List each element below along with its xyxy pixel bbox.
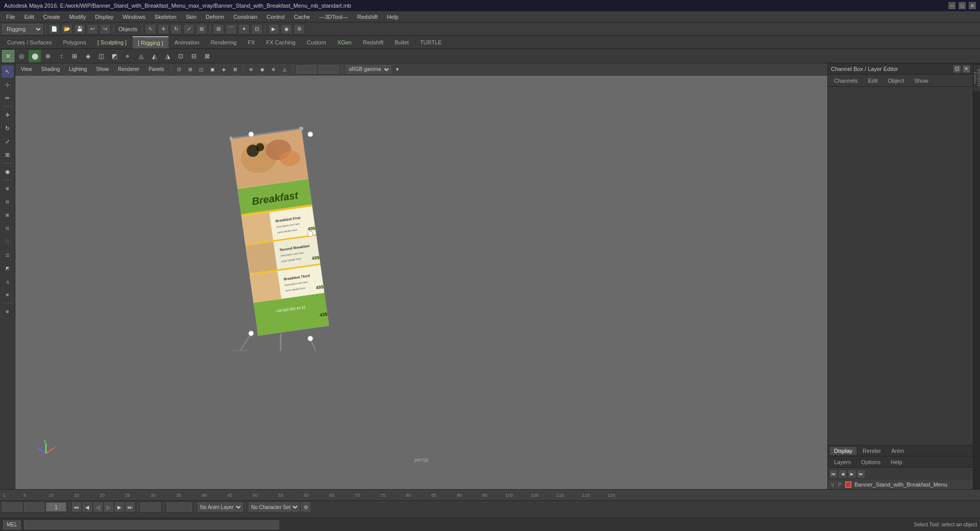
sub-tab-help[interactable]: Help (887, 458, 906, 466)
menu-skeleton[interactable]: Skeleton (151, 13, 181, 21)
tl-go-end[interactable]: ⏭ (126, 502, 135, 512)
rig-btn5[interactable]: ◫ (95, 50, 107, 62)
tl-start-frame[interactable]: 1 (2, 502, 22, 512)
disp-tab-anim[interactable]: Anim (887, 447, 908, 455)
universal-tool-btn[interactable]: ⊞ (2, 149, 14, 161)
tl-play-back[interactable]: ◁ (93, 502, 103, 512)
disp-tab-display[interactable]: Display (830, 447, 856, 455)
select-btn[interactable]: ↖ (145, 24, 156, 34)
paint-mode-btn[interactable]: ⬤ (29, 50, 41, 62)
tab-turtle[interactable]: TURTLE (415, 36, 447, 49)
undo-btn[interactable]: ↩ (87, 24, 98, 34)
viewport[interactable]: View Shading Lighting Show Renderer Pane… (15, 63, 827, 489)
menu-file[interactable]: File (2, 13, 19, 21)
rig-btn9[interactable]: ◭ (148, 50, 160, 62)
vp-icon-9[interactable]: ⊗ (269, 65, 278, 74)
character-set-dropdown[interactable]: No Character Set (249, 502, 300, 512)
vp-renderer-menu[interactable]: Renderer (114, 65, 143, 73)
render-settings-btn[interactable]: ⚙ (293, 24, 305, 34)
menu-control[interactable]: Control (262, 13, 288, 21)
vp-icon-4[interactable]: ▣ (208, 65, 217, 74)
new-scene-btn[interactable]: 📄 (48, 24, 60, 34)
rp-tab-edit[interactable]: Edit (864, 77, 881, 85)
tab-custom[interactable]: Custom (302, 36, 331, 49)
tab-fx[interactable]: FX (242, 36, 260, 49)
vp-icon-7[interactable]: ⊕ (247, 65, 256, 74)
rig-btn3[interactable]: ⊞ (68, 50, 81, 62)
layer-btn8[interactable]: ◬ (2, 275, 14, 287)
disp-tab-render[interactable]: Render (859, 447, 885, 455)
layer-btn3[interactable]: ⊠ (2, 209, 14, 221)
rp-close-btn[interactable]: ✕ (963, 65, 970, 73)
layer-nav-prev[interactable]: ◀ (839, 470, 846, 477)
select-mode-btn[interactable]: ✕ (2, 50, 14, 62)
menu-3dtool[interactable]: —3DTool— (315, 13, 352, 21)
vp-value2-input[interactable]: 1.00 (318, 65, 339, 74)
select-tool-btn[interactable]: ↖ (2, 65, 14, 78)
command-input[interactable] (24, 520, 279, 529)
tl-step-back[interactable]: ◀ (83, 502, 92, 512)
component-mode-btn[interactable]: ◎ (15, 50, 28, 62)
tab-rigging[interactable]: [ Rigging ] (133, 36, 168, 49)
tab-polygons[interactable]: Polygons (58, 36, 91, 49)
minimize-button[interactable]: ─ (948, 2, 955, 9)
attr-editor-btn[interactable]: Attribute Editor (974, 65, 980, 91)
colorspace-btn[interactable]: ▼ (393, 65, 402, 74)
layer-btn5[interactable]: ⬛ (2, 235, 14, 248)
layer-btn2[interactable]: ⊟ (2, 196, 14, 208)
layer-btn6[interactable]: ◫ (2, 249, 14, 261)
snap-point-btn[interactable]: ✦ (238, 24, 250, 34)
menu-modify[interactable]: Modify (65, 13, 90, 21)
tab-bullet[interactable]: Bullet (389, 36, 414, 49)
lasso-tool-btn[interactable]: ⊹ (2, 79, 14, 91)
save-btn[interactable]: 💾 (74, 24, 85, 34)
menu-create[interactable]: Create (39, 13, 64, 21)
move-btn[interactable]: ✛ (158, 24, 169, 34)
rp-tab-object[interactable]: Object (884, 77, 908, 85)
tl-step-fwd[interactable]: ▶ (115, 502, 124, 512)
tl-frame-indicator[interactable] (46, 502, 66, 512)
snap-view-btn[interactable]: ⊡ (251, 24, 262, 34)
move-tool-btn[interactable]: ✛ (2, 109, 14, 121)
maximize-button[interactable]: □ (959, 2, 966, 9)
vp-icon-6[interactable]: ⊠ (231, 65, 240, 74)
tab-curves-surfaces[interactable]: Curves / Surfaces (2, 36, 57, 49)
tl-range-end[interactable]: 200 (166, 502, 192, 512)
vp-icon-5[interactable]: ◈ (219, 65, 229, 74)
scene-content[interactable]: Breakfast Breakfast First Description te… (15, 76, 827, 489)
tl-play[interactable]: ▷ (104, 502, 113, 512)
scale-tool-btn[interactable]: ⤢ (2, 135, 14, 148)
tl-end-frame[interactable]: 120 (140, 502, 161, 512)
rig-btn11[interactable]: ⊡ (175, 50, 187, 62)
sub-tab-options[interactable]: Options (857, 458, 885, 466)
snap-curve-btn[interactable]: ⌒ (226, 24, 237, 34)
tab-sculpting[interactable]: [ Sculpting ] (92, 36, 132, 49)
tab-rendering[interactable]: Rendering (206, 36, 242, 49)
layer-nav-prev-prev[interactable]: ⏮ (830, 470, 837, 477)
rp-float-btn[interactable]: ⊡ (953, 65, 961, 73)
menu-deform[interactable]: Deform (202, 13, 228, 21)
anim-layer-dropdown[interactable]: No Anim Layer (198, 502, 243, 512)
ipr-btn[interactable]: ◉ (281, 24, 292, 34)
vp-value1-input[interactable]: 0.00 (296, 65, 316, 74)
layer-btn1[interactable]: ⊞ (2, 182, 14, 195)
rotate-btn[interactable]: ↻ (170, 24, 182, 34)
layer-btn4[interactable]: ⊡ (2, 222, 14, 234)
scale-btn[interactable]: ⤢ (183, 24, 194, 34)
menu-display[interactable]: Display (91, 13, 117, 21)
vp-lighting-menu[interactable]: Lighting (65, 65, 90, 73)
paint-sel-btn[interactable]: ✏ (2, 92, 14, 104)
menu-redshift[interactable]: Redshift (353, 13, 382, 21)
menu-edit[interactable]: Edit (20, 13, 38, 21)
layer-btn9[interactable]: ⊕ (2, 288, 14, 301)
soft-sel-btn[interactable]: ◉ (2, 165, 14, 178)
vp-icon-3[interactable]: ◫ (197, 65, 206, 74)
tab-redshift[interactable]: Redshift (358, 36, 388, 49)
redo-btn[interactable]: ↪ (100, 24, 111, 34)
rp-tab-channels[interactable]: Channels (830, 77, 862, 85)
rotate-tool-btn[interactable]: ↻ (2, 122, 14, 134)
rig-btn4[interactable]: ◈ (82, 50, 94, 62)
tl-extra-btn[interactable]: ⚙ (301, 502, 310, 512)
rig-btn2[interactable]: ↕ (55, 50, 67, 62)
vp-panels-menu[interactable]: Panels (145, 65, 168, 73)
